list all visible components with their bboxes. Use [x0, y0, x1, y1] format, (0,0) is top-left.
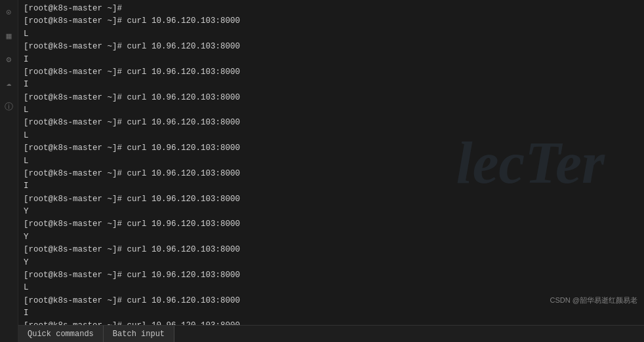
terminal-line: [root@k8s-master ~]# curl 10.96.120.103:… [24, 15, 639, 28]
terminal-response: L [24, 130, 639, 142]
terminal-container: lecTer [root@k8s-master ~]# [root@k8s-ma… [18, 0, 644, 342]
terminal-response: L [24, 282, 639, 294]
terminal-line: [root@k8s-master ~]# curl 10.96.120.103:… [24, 92, 639, 104]
terminal-response: I [24, 54, 639, 66]
terminal-response: I [24, 79, 639, 91]
terminal-line: [root@k8s-master ~]# curl 10.96.120.103:… [24, 168, 639, 180]
terminal-line: [root@k8s-master ~]# curl 10.96.120.103:… [24, 320, 639, 325]
terminal-line: [root@k8s-master ~]# curl 10.96.120.103:… [24, 244, 639, 256]
info-icon[interactable]: ⓘ [3, 101, 15, 113]
terminal-response: Y [24, 231, 639, 244]
terminal-line: [root@k8s-master ~]# curl 10.96.120.103:… [24, 295, 639, 307]
gear-icon[interactable]: ⚙ [3, 54, 15, 66]
terminal-response: I [24, 180, 639, 193]
terminal-response: L [24, 28, 639, 41]
terminal-response: L [24, 155, 639, 168]
terminal-empty-line: [root@k8s-master ~]# [24, 3, 639, 15]
terminal-response: Y [24, 206, 639, 218]
terminal-lines: [root@k8s-master ~]# [root@k8s-master ~]… [24, 3, 639, 325]
quick-commands-button[interactable]: Quick commands [18, 326, 104, 342]
bottom-bar: Quick commandsBatch input [18, 325, 644, 342]
terminal-response: L [24, 104, 639, 117]
terminal-output[interactable]: lecTer [root@k8s-master ~]# [root@k8s-ma… [18, 0, 644, 325]
terminal-response: I [24, 307, 639, 320]
sidebar: ⊙▦⚙☁ⓘ [0, 0, 18, 342]
image-icon[interactable]: ▦ [3, 30, 15, 42]
cloud-icon[interactable]: ☁ [3, 77, 15, 89]
clock-icon[interactable]: ⊙ [3, 7, 15, 18]
terminal-line: [root@k8s-master ~]# curl 10.96.120.103:… [24, 218, 639, 231]
terminal-line: [root@k8s-master ~]# curl 10.96.120.103:… [24, 117, 639, 129]
terminal-line: [root@k8s-master ~]# curl 10.96.120.103:… [24, 41, 639, 53]
terminal-line: [root@k8s-master ~]# curl 10.96.120.103:… [24, 142, 639, 155]
batch-input-button[interactable]: Batch input [104, 326, 174, 342]
terminal-line: [root@k8s-master ~]# curl 10.96.120.103:… [24, 269, 639, 282]
terminal-line: [root@k8s-master ~]# curl 10.96.120.103:… [24, 193, 639, 206]
terminal-response: Y [24, 257, 639, 269]
terminal-line: [root@k8s-master ~]# curl 10.96.120.103:… [24, 66, 639, 79]
